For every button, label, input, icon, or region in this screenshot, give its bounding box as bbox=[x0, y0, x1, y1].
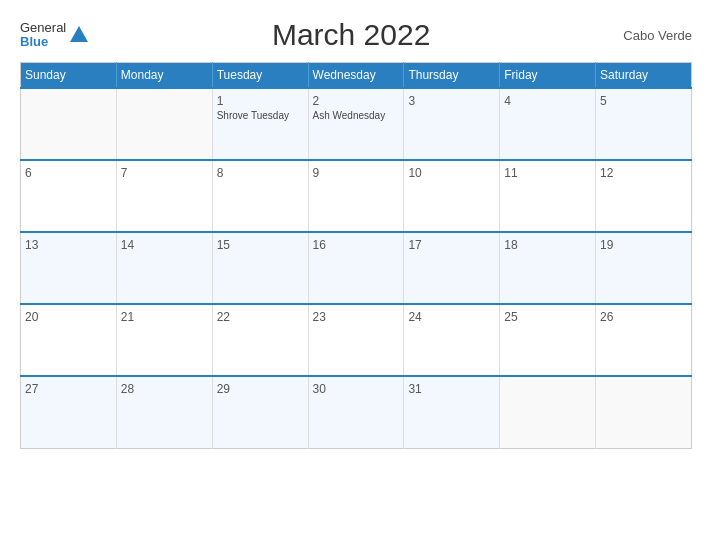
day-number: 30 bbox=[313, 382, 400, 396]
calendar-cell: 13 bbox=[21, 232, 117, 304]
header-saturday: Saturday bbox=[596, 63, 692, 89]
calendar-week-row: 13141516171819 bbox=[21, 232, 692, 304]
calendar-title: March 2022 bbox=[90, 18, 612, 52]
day-number: 8 bbox=[217, 166, 304, 180]
day-number: 11 bbox=[504, 166, 591, 180]
weekday-header-row: Sunday Monday Tuesday Wednesday Thursday… bbox=[21, 63, 692, 89]
calendar-cell bbox=[596, 376, 692, 448]
calendar-cell: 11 bbox=[500, 160, 596, 232]
calendar-cell: 21 bbox=[116, 304, 212, 376]
calendar-cell: 12 bbox=[596, 160, 692, 232]
day-number: 24 bbox=[408, 310, 495, 324]
header-monday: Monday bbox=[116, 63, 212, 89]
calendar-event: Ash Wednesday bbox=[313, 110, 400, 121]
calendar-cell: 30 bbox=[308, 376, 404, 448]
day-number: 4 bbox=[504, 94, 591, 108]
calendar-event: Shrove Tuesday bbox=[217, 110, 304, 121]
header: General Blue March 2022 Cabo Verde bbox=[20, 18, 692, 52]
calendar-cell: 8 bbox=[212, 160, 308, 232]
day-number: 28 bbox=[121, 382, 208, 396]
day-number: 29 bbox=[217, 382, 304, 396]
calendar-cell: 23 bbox=[308, 304, 404, 376]
day-number: 2 bbox=[313, 94, 400, 108]
logo-blue-text: Blue bbox=[20, 35, 66, 49]
day-number: 19 bbox=[600, 238, 687, 252]
calendar-week-row: 6789101112 bbox=[21, 160, 692, 232]
day-number: 22 bbox=[217, 310, 304, 324]
day-number: 21 bbox=[121, 310, 208, 324]
calendar-cell: 5 bbox=[596, 88, 692, 160]
svg-marker-0 bbox=[70, 26, 88, 42]
calendar-cell: 7 bbox=[116, 160, 212, 232]
logo-icon bbox=[68, 24, 90, 46]
calendar-cell: 6 bbox=[21, 160, 117, 232]
calendar-cell: 14 bbox=[116, 232, 212, 304]
header-thursday: Thursday bbox=[404, 63, 500, 89]
calendar-table: Sunday Monday Tuesday Wednesday Thursday… bbox=[20, 62, 692, 449]
calendar-cell: 4 bbox=[500, 88, 596, 160]
calendar-cell: 22 bbox=[212, 304, 308, 376]
calendar-page: General Blue March 2022 Cabo Verde Sunda… bbox=[0, 0, 712, 550]
calendar-cell: 26 bbox=[596, 304, 692, 376]
header-tuesday: Tuesday bbox=[212, 63, 308, 89]
logo-general-text: General bbox=[20, 21, 66, 35]
calendar-week-row: 1Shrove Tuesday2Ash Wednesday345 bbox=[21, 88, 692, 160]
day-number: 20 bbox=[25, 310, 112, 324]
calendar-cell: 18 bbox=[500, 232, 596, 304]
day-number: 16 bbox=[313, 238, 400, 252]
calendar-cell bbox=[116, 88, 212, 160]
calendar-cell: 3 bbox=[404, 88, 500, 160]
day-number: 26 bbox=[600, 310, 687, 324]
day-number: 9 bbox=[313, 166, 400, 180]
calendar-cell: 27 bbox=[21, 376, 117, 448]
calendar-cell: 19 bbox=[596, 232, 692, 304]
day-number: 12 bbox=[600, 166, 687, 180]
day-number: 31 bbox=[408, 382, 495, 396]
calendar-cell: 25 bbox=[500, 304, 596, 376]
calendar-cell: 15 bbox=[212, 232, 308, 304]
calendar-cell: 20 bbox=[21, 304, 117, 376]
calendar-cell: 2Ash Wednesday bbox=[308, 88, 404, 160]
calendar-cell: 28 bbox=[116, 376, 212, 448]
country-label: Cabo Verde bbox=[612, 28, 692, 43]
day-number: 18 bbox=[504, 238, 591, 252]
day-number: 25 bbox=[504, 310, 591, 324]
header-friday: Friday bbox=[500, 63, 596, 89]
calendar-week-row: 2728293031 bbox=[21, 376, 692, 448]
day-number: 14 bbox=[121, 238, 208, 252]
day-number: 1 bbox=[217, 94, 304, 108]
day-number: 3 bbox=[408, 94, 495, 108]
header-wednesday: Wednesday bbox=[308, 63, 404, 89]
day-number: 5 bbox=[600, 94, 687, 108]
calendar-cell: 29 bbox=[212, 376, 308, 448]
calendar-cell bbox=[500, 376, 596, 448]
calendar-cell: 10 bbox=[404, 160, 500, 232]
calendar-cell: 16 bbox=[308, 232, 404, 304]
calendar-cell: 1Shrove Tuesday bbox=[212, 88, 308, 160]
logo: General Blue bbox=[20, 21, 90, 50]
day-number: 10 bbox=[408, 166, 495, 180]
day-number: 23 bbox=[313, 310, 400, 324]
calendar-week-row: 20212223242526 bbox=[21, 304, 692, 376]
calendar-cell: 9 bbox=[308, 160, 404, 232]
calendar-cell bbox=[21, 88, 117, 160]
calendar-cell: 31 bbox=[404, 376, 500, 448]
day-number: 6 bbox=[25, 166, 112, 180]
header-sunday: Sunday bbox=[21, 63, 117, 89]
calendar-cell: 17 bbox=[404, 232, 500, 304]
day-number: 17 bbox=[408, 238, 495, 252]
day-number: 13 bbox=[25, 238, 112, 252]
day-number: 15 bbox=[217, 238, 304, 252]
calendar-cell: 24 bbox=[404, 304, 500, 376]
day-number: 7 bbox=[121, 166, 208, 180]
day-number: 27 bbox=[25, 382, 112, 396]
